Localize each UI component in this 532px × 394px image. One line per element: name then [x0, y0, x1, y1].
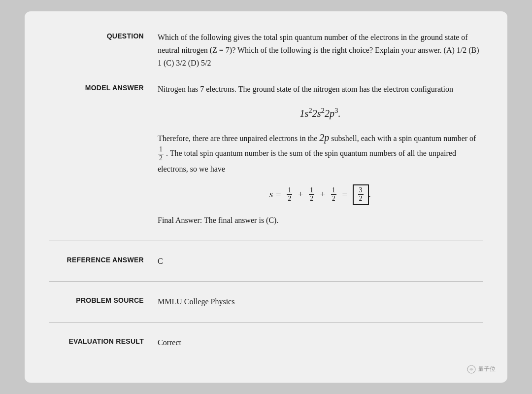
- fraction-1: 1 2: [287, 186, 292, 204]
- watermark: 量子位: [467, 365, 496, 374]
- question-text: Which of the following gives the total s…: [158, 31, 483, 69]
- watermark-text: 量子位: [478, 365, 496, 373]
- reference-answer-row: REFERENCE ANSWER C: [49, 255, 483, 268]
- model-answer-p2: Therefore, there are three unpaired elec…: [158, 130, 483, 175]
- divider-1: [49, 241, 483, 241]
- answer-boxed: 3 2: [353, 184, 369, 206]
- model-answer-label: MODEL ANSWER: [49, 83, 158, 92]
- problem-source-content: MMLU College Physics: [158, 295, 483, 308]
- evaluation-result-content: Correct: [158, 336, 483, 349]
- divider-2: [49, 281, 483, 282]
- final-answer-text: Final Answer: The final answer is (C).: [158, 214, 483, 227]
- watermark-icon: [467, 365, 476, 374]
- evaluation-result-row: EVALUATION RESULT Correct: [49, 336, 483, 349]
- reference-answer-content: C: [158, 255, 483, 268]
- question-label: QUESTION: [49, 31, 158, 40]
- reference-answer-value: C: [158, 257, 163, 265]
- problem-source-label: PROBLEM SOURCE: [49, 295, 158, 304]
- divider-3: [49, 322, 483, 322]
- fraction-half-inline: 1 2: [158, 145, 164, 163]
- problem-source-row: PROBLEM SOURCE MMLU College Physics: [49, 295, 483, 308]
- electron-config-formula: 1s22s22p3.: [158, 105, 483, 121]
- fraction-2: 1 2: [309, 186, 314, 204]
- reference-answer-label: REFERENCE ANSWER: [49, 255, 158, 264]
- spin-sum-formula: s = 1 2 + 1 2 + 1 2 = 3: [158, 184, 483, 206]
- model-answer-row: MODEL ANSWER Nitrogen has 7 electrons. T…: [49, 83, 483, 227]
- problem-source-value: MMLU College Physics: [158, 297, 234, 306]
- model-answer-content: Nitrogen has 7 electrons. The ground sta…: [158, 83, 483, 227]
- evaluation-result-value: Correct: [158, 338, 181, 347]
- fraction-result: 3 2: [358, 186, 364, 204]
- fraction-3: 1 2: [331, 186, 336, 204]
- model-answer-p1: Nitrogen has 7 electrons. The ground sta…: [158, 83, 483, 96]
- question-row: QUESTION Which of the following gives th…: [49, 31, 483, 69]
- evaluation-result-label: EVALUATION RESULT: [49, 336, 158, 345]
- question-content: Which of the following gives the total s…: [158, 31, 483, 69]
- main-card: QUESTION Which of the following gives th…: [25, 11, 507, 382]
